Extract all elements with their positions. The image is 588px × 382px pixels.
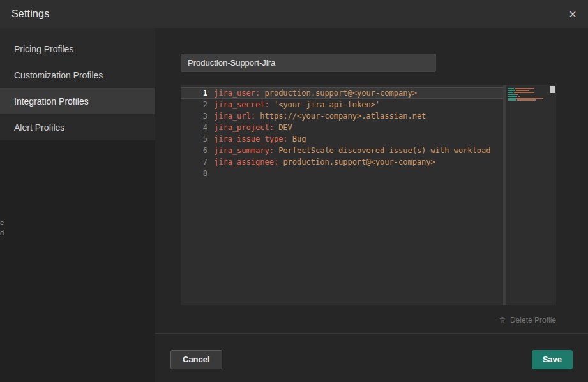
line-code: jira_summary: PerfectScale discovered is… xyxy=(207,145,490,156)
editor-line[interactable]: 8 xyxy=(181,168,503,179)
sidebar-item-pricing-profiles[interactable]: Pricing Profiles xyxy=(0,36,155,62)
line-number: 2 xyxy=(181,99,207,110)
editor-lines: 1jira_user: production.support@<your-com… xyxy=(181,87,503,179)
cancel-button[interactable]: Cancel xyxy=(170,350,222,369)
minimap-line xyxy=(508,92,548,93)
line-code: jira_url: https://<your-company>.atlassi… xyxy=(207,110,426,122)
line-number: 7 xyxy=(181,156,207,168)
editor-minimap[interactable] xyxy=(508,88,548,101)
minimap-scrollbar-thumb[interactable] xyxy=(550,86,555,93)
line-code: jira_project: DEV xyxy=(207,122,292,133)
minimap-line xyxy=(508,99,548,101)
delete-profile-label: Delete Profile xyxy=(510,316,556,325)
editor-line[interactable]: 4jira_project: DEV xyxy=(181,122,503,133)
integration-profile-panel: 1jira_user: production.support@<your-com… xyxy=(155,28,588,382)
sidebar: Pricing ProfilesCustomization ProfilesIn… xyxy=(0,28,155,382)
editor-scrollbar[interactable] xyxy=(503,85,506,305)
line-number: 1 xyxy=(181,87,207,99)
sidebar-item-customization-profiles[interactable]: Customization Profiles xyxy=(0,62,155,88)
minimap-line xyxy=(508,94,548,95)
trash-icon xyxy=(499,316,506,324)
yaml-code-editor[interactable]: 1jira_user: production.support@<your-com… xyxy=(181,85,556,305)
editor-line[interactable]: 2jira_secret: '<your-jira-api-token>' xyxy=(181,99,503,110)
sidebar-item-list: Pricing ProfilesCustomization ProfilesIn… xyxy=(0,28,155,140)
editor-line[interactable]: 3jira_url: https://<your-company>.atlass… xyxy=(181,110,503,122)
editor-line[interactable]: 5jira_issue_type: Bug xyxy=(181,133,503,145)
minimap-line xyxy=(508,90,548,91)
line-code: jira_issue_type: Bug xyxy=(207,133,306,145)
delete-profile-button[interactable]: Delete Profile xyxy=(499,316,556,325)
line-code: jira_secret: '<your-jira-api-token>' xyxy=(207,99,380,110)
dialog-header: Settings × xyxy=(0,0,588,28)
editor-line[interactable]: 7jira_assignee: production.support@<your… xyxy=(181,156,503,168)
line-number: 4 xyxy=(181,122,207,133)
sidebar-item-alert-profiles[interactable]: Alert Profiles xyxy=(0,114,155,140)
line-number: 8 xyxy=(181,168,207,179)
close-icon[interactable]: × xyxy=(569,8,577,20)
line-number: 6 xyxy=(181,145,207,156)
line-code: jira_assignee: production.support@<your-… xyxy=(207,156,435,168)
settings-dialog: Settings × Pricing ProfilesCustomization… xyxy=(0,0,588,382)
line-code xyxy=(207,168,214,179)
minimap-line xyxy=(508,98,548,99)
editor-line[interactable]: 6jira_summary: PerfectScale discovered i… xyxy=(181,145,503,156)
editor-line[interactable]: 1jira_user: production.support@<your-com… xyxy=(181,87,503,99)
sidebar-item-integration-profiles[interactable]: Integration Profiles xyxy=(0,88,155,114)
minimap-line xyxy=(508,96,548,97)
dialog-footer: Cancel Save xyxy=(155,350,588,369)
line-code: jira_user: production.support@<your-comp… xyxy=(207,87,417,99)
line-number: 3 xyxy=(181,110,207,122)
save-button[interactable]: Save xyxy=(532,350,573,369)
footer-divider xyxy=(155,333,588,334)
line-number: 5 xyxy=(181,133,207,145)
minimap-line xyxy=(508,88,548,89)
profile-name-input[interactable] xyxy=(181,54,436,72)
dialog-title: Settings xyxy=(11,8,49,20)
